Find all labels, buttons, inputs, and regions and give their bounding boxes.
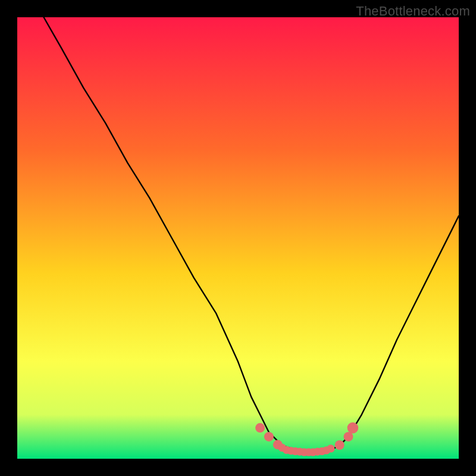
- optimal-marker: [327, 444, 334, 452]
- optimal-marker: [264, 432, 274, 441]
- chart-frame: TheBottleneck.com: [0, 0, 476, 476]
- chart-plot-area: [17, 17, 459, 459]
- optimal-marker: [335, 440, 345, 450]
- optimal-marker: [347, 422, 359, 434]
- optimal-marker: [344, 432, 353, 441]
- chart-svg: [17, 17, 459, 459]
- gradient-background: [17, 17, 459, 459]
- optimal-marker: [255, 423, 265, 433]
